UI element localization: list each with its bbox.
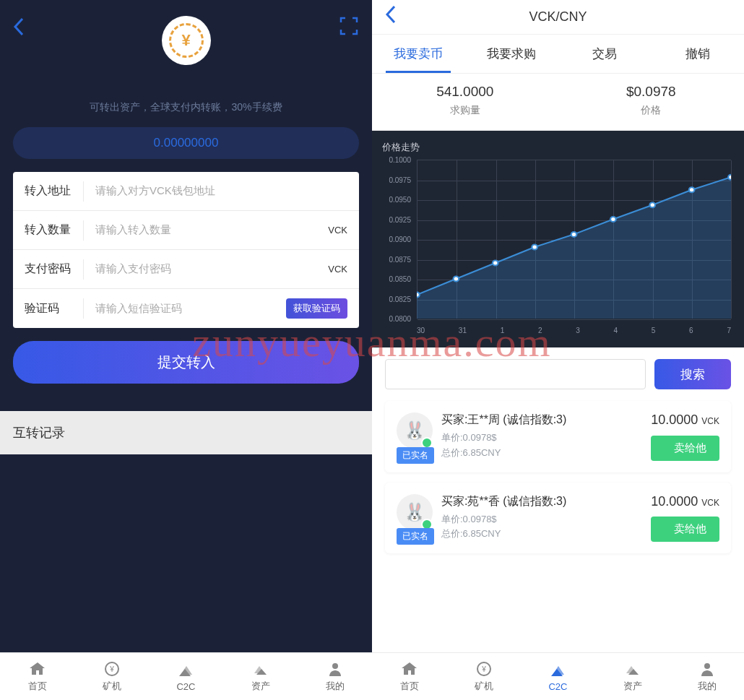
buy-amount-label: 求购量 [372,104,558,117]
price-chart: 价格走势 0.10000.09750.09500.09250.09000.087… [372,131,744,347]
c2c-icon [178,662,195,679]
buy-amount-value: 541.0000 [372,84,558,100]
code-input[interactable]: 请输入短信验证码获取验证码 [84,298,347,319]
market-screen: VCK/CNY 我要卖币 我要求购 交易 撤销 541.0000 求购量 $0.… [372,0,744,700]
y-tick: 0.0875 [389,255,411,263]
chart-title: 价格走势 [382,141,734,154]
avatar: 🐰 [397,494,433,530]
x-tick: 3 [576,327,580,334]
x-tick: 30 [417,327,425,334]
x-tick: 6 [689,327,693,334]
chevron-left-icon [13,17,25,36]
scan-button[interactable] [339,16,359,36]
tab-buy[interactable]: 我要求购 [465,35,558,73]
y-tick: 0.0800 [389,315,411,323]
bottom-nav-right: 首页 ¥矿机 C2C 资产 我的 [372,652,744,700]
nav-miner[interactable]: ¥矿机 [74,653,149,700]
svg-point-3 [417,293,420,298]
svg-text:¥: ¥ [481,665,486,673]
nav-c2c[interactable]: C2C [149,653,223,700]
x-tick: 4 [614,327,618,334]
transfer-screen: ¥ 可转出资产，全球支付内转账，30%手续费 0.00000000 转入地址 请… [0,0,372,700]
password-label: 支付密码 [25,259,84,280]
buyer-amount: 10.0000 VCK [651,412,719,428]
svg-point-14 [704,663,710,669]
svg-point-11 [728,175,731,180]
bottom-nav-left: 首页 ¥矿机 C2C 资产 我的 [0,652,372,700]
get-code-button[interactable]: 获取验证码 [286,298,347,319]
address-label: 转入地址 [25,181,84,202]
back-button[interactable] [13,17,25,41]
y-tick: 0.0850 [389,275,411,283]
sell-to-button[interactable]: 卖给他 [651,436,719,461]
svg-point-10 [689,187,695,192]
assets-icon [624,660,641,678]
buyer-unit-price: 单价:0.0978$ [441,431,651,446]
x-tick: 31 [459,327,467,334]
svg-point-7 [571,232,577,237]
sell-to-button[interactable]: 卖给他 [651,517,719,542]
avatar: 🐰 [397,412,433,449]
password-input[interactable]: 请输入支付密码VCK [84,262,347,276]
buyer-name: 买家:苑**香 (诚信指数:3) [441,494,651,509]
miner-icon: ¥ [103,660,121,678]
amount-input[interactable]: 请输入转入数量VCK [84,223,347,237]
svg-text:¥: ¥ [109,665,114,673]
search-button[interactable]: 搜索 [654,359,731,389]
search-input[interactable] [385,359,646,389]
price-value: $0.0978 [558,84,745,100]
balance-display: 0.00000000 [13,127,359,159]
verified-badge: 已实名 [397,528,434,545]
market-tabs: 我要卖币 我要求购 交易 撤销 [372,35,744,74]
nav-home[interactable]: 首页 [372,653,446,700]
nav-mine[interactable]: 我的 [298,653,372,700]
nav-assets[interactable]: 资产 [595,653,670,700]
home-icon [29,660,46,678]
svg-point-6 [532,245,537,250]
nav-mine[interactable]: 我的 [670,653,744,700]
buyer-card: 🐰买家:苑**香 (诚信指数:3)单价:0.0978$总价:6.85CNY已实名… [385,483,731,554]
tab-cancel[interactable]: 撤销 [651,35,744,73]
address-input[interactable]: 请输入对方VCK钱包地址 [84,184,347,198]
page-title: VCK/CNY [529,9,587,25]
nav-miner[interactable]: ¥矿机 [446,653,521,700]
buyer-total: 总价:6.85CNY [441,446,651,461]
nav-home[interactable]: 首页 [0,653,74,700]
buyer-name: 买家:王**周 (诚信指数:3) [441,412,651,428]
amount-label: 转入数量 [25,220,84,241]
buyer-amount: 10.0000 VCK [651,494,719,509]
y-tick: 0.0975 [389,176,411,183]
back-button-right[interactable] [385,5,397,29]
tab-trade[interactable]: 交易 [558,35,652,73]
yen-icon: ¥ [169,23,204,58]
transfer-form: 转入地址 请输入对方VCK钱包地址 转入数量 请输入转入数量VCK 支付密码 请… [13,172,359,328]
x-tick: 5 [652,327,656,334]
y-tick: 0.0900 [389,236,411,243]
x-tick: 7 [727,327,731,334]
code-label: 验证码 [25,298,84,319]
svg-point-4 [454,277,459,282]
svg-point-9 [649,202,655,207]
home-icon [401,660,418,678]
coin-logo: ¥ [162,16,211,65]
x-tick: 1 [501,327,505,334]
submit-transfer-button[interactable]: 提交转入 [13,341,359,384]
c2c-icon [550,662,567,679]
assets-icon [252,660,269,678]
tab-sell[interactable]: 我要卖币 [372,35,465,73]
nav-assets[interactable]: 资产 [223,653,298,700]
svg-point-2 [332,663,338,669]
miner-icon: ¥ [475,660,493,678]
y-tick: 0.0825 [389,295,411,303]
y-tick: 0.1000 [389,156,411,164]
buyer-total: 总价:6.85CNY [441,527,651,542]
history-title: 互转记录 [13,424,359,441]
user-icon [326,660,344,678]
svg-point-5 [493,261,498,266]
svg-point-8 [610,217,616,222]
nav-c2c[interactable]: C2C [521,653,595,700]
y-tick: 0.0950 [389,196,411,204]
transfer-info-text: 可转出资产，全球支付内转账，30%手续费 [13,101,359,114]
verified-badge: 已实名 [397,447,434,464]
price-label: 价格 [558,104,745,117]
